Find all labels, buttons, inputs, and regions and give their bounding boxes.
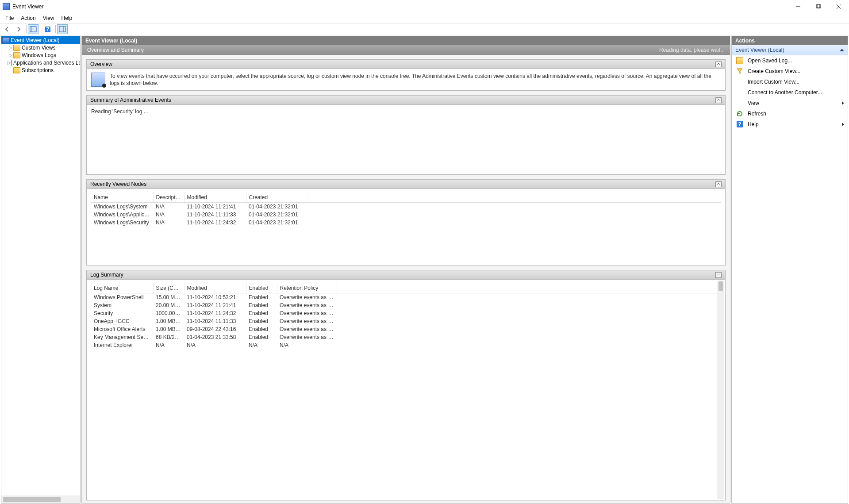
table-row[interactable]: Windows Logs\SecurityN/A11-10-2024 11:24… (91, 219, 721, 227)
table-row[interactable]: Internet ExplorerN/AN/AN/AN/A (91, 341, 721, 349)
cell: Enabled (246, 333, 277, 341)
actions-header: Actions (732, 36, 848, 45)
toolbar-separator (26, 25, 27, 33)
cell: Security (91, 309, 153, 317)
action-open-saved-log[interactable]: Open Saved Log... (732, 55, 848, 66)
menu-file[interactable]: File (2, 14, 17, 23)
col-created[interactable]: Created (246, 192, 308, 203)
recent-nodes-table[interactable]: Name Description Modified Created Window… (91, 192, 721, 227)
action-refresh[interactable]: Refresh (732, 108, 848, 119)
menu-action[interactable]: Action (17, 14, 39, 23)
actions-context-header[interactable]: Event Viewer (Local) (732, 45, 848, 55)
cell: Overwrite events as nece... (277, 317, 337, 325)
app-icon (3, 3, 10, 10)
cell: 11-10-2024 11:24:32 (184, 219, 246, 227)
table-row[interactable]: Windows Logs\ApplicationN/A11-10-2024 11… (91, 211, 721, 219)
action-import-custom-view[interactable]: Import Custom View... (732, 77, 848, 87)
log-summary-scrollbar[interactable] (717, 281, 724, 499)
action-help[interactable]: ?Help (732, 119, 848, 130)
show-hide-action-pane-button[interactable] (57, 24, 68, 34)
log-summary-table[interactable]: Log Name Size (Curre... Modified Enabled… (91, 283, 721, 349)
table-row[interactable]: Windows PowerShell15.00 MB/...11-10-2024… (91, 293, 721, 302)
col-enabled[interactable]: Enabled (246, 283, 277, 293)
cell-spacer (337, 325, 721, 333)
table-row[interactable]: Security1000.00 M...11-10-2024 11:24:32E… (91, 309, 721, 317)
cell: 01-04-2023 21:32:01 (246, 203, 308, 211)
scrollbar-thumb[interactable] (3, 497, 61, 502)
tree-item-label: Subscriptions (22, 67, 54, 73)
menu-help[interactable]: Help (58, 14, 76, 23)
tree-item-custom-views[interactable]: ▷ Custom Views (1, 44, 80, 51)
col-modified[interactable]: Modified (184, 283, 246, 293)
show-hide-console-tree-button[interactable] (28, 24, 38, 34)
cell: Overwrite events as nece... (277, 333, 337, 341)
minimize-button[interactable] (788, 0, 808, 13)
col-modified[interactable]: Modified (184, 192, 246, 203)
maximize-button[interactable] (808, 0, 829, 13)
action-label: Import Custom View... (748, 79, 799, 85)
overview-info-icon (91, 73, 105, 87)
expander-icon[interactable]: ▷ (8, 53, 13, 58)
overview-group-header[interactable]: Overview (87, 60, 725, 69)
collapse-up-icon[interactable] (840, 49, 844, 51)
console-tree[interactable]: Event Viewer (Local) ▷ Custom Views ▷ Wi… (1, 36, 80, 496)
collapse-icon[interactable] (715, 181, 722, 187)
cell: 01-04-2023 21:32:01 (246, 211, 308, 219)
action-label: Open Saved Log... (748, 58, 792, 64)
table-row[interactable]: Microsoft Office Alerts1.00 MB/1...09-08… (91, 325, 721, 333)
overview-summary-header: Overview and Summary Reading data, pleas… (82, 45, 730, 55)
menu-view[interactable]: View (39, 14, 58, 23)
summary-group-header[interactable]: Summary of Administrative Events (87, 96, 725, 105)
cell-spacer (337, 317, 721, 325)
collapse-icon[interactable] (715, 272, 722, 278)
close-button[interactable] (829, 0, 849, 13)
cell: Windows Logs\Application (91, 211, 153, 219)
tree-item-label: Custom Views (22, 45, 55, 51)
action-connect-to-another-computer[interactable]: Connect to Another Computer... (732, 87, 848, 98)
cell: 01-04-2023 21:33:58 (184, 333, 246, 341)
log-summary-group-header[interactable]: Log Summary (87, 270, 725, 280)
overview-text: To view events that have occurred on you… (110, 73, 721, 87)
forward-button[interactable] (13, 24, 24, 34)
col-retention[interactable]: Retention Policy (277, 283, 337, 293)
tree-item-app-services-logs[interactable]: ▷ Applications and Services Logs (1, 59, 80, 66)
col-spacer (308, 192, 721, 203)
cell-spacer (308, 219, 721, 227)
svg-rect-5 (30, 27, 36, 32)
cell: 15.00 MB/... (153, 293, 184, 302)
table-row[interactable]: System20.00 MB/...11-10-2024 11:21:41Ena… (91, 301, 721, 309)
tree-horizontal-scrollbar[interactable] (1, 496, 80, 503)
table-row[interactable]: Windows Logs\SystemN/A11-10-2024 11:21:4… (91, 203, 721, 211)
expander-icon[interactable]: ▷ (8, 45, 13, 50)
recent-group-header[interactable]: Recently Viewed Nodes (87, 180, 725, 189)
table-row[interactable]: OneApp_IGCC1.00 MB/1...11-10-2024 11:11:… (91, 317, 721, 325)
action-create-custom-view[interactable]: Create Custom View... (732, 66, 848, 77)
action-label: View (748, 100, 759, 106)
scrollbar-thumb[interactable] (718, 281, 723, 291)
tree-item-subscriptions[interactable]: ▷ Subscriptions (1, 66, 80, 74)
tree-item-windows-logs[interactable]: ▷ Windows Logs (1, 51, 80, 59)
folder-icon (13, 45, 20, 51)
log-summary-group-body: Log Name Size (Curre... Modified Enabled… (87, 280, 725, 500)
expander-icon[interactable]: ▷ (8, 60, 11, 65)
cell-spacer (337, 341, 721, 349)
cell: 11-10-2024 11:11:33 (184, 317, 246, 325)
action-view[interactable]: View (732, 98, 848, 108)
table-row[interactable]: Key Management Service68 KB/20 ...01-04-… (91, 333, 721, 341)
col-description[interactable]: Description (153, 192, 184, 203)
col-size[interactable]: Size (Curre... (153, 283, 184, 293)
tree-root[interactable]: Event Viewer (Local) (1, 36, 80, 44)
blank-icon (736, 78, 743, 85)
recent-group-body: Name Description Modified Created Window… (87, 189, 725, 265)
col-log-name[interactable]: Log Name (91, 283, 153, 293)
svg-text:?: ? (738, 121, 741, 127)
back-button[interactable] (2, 24, 12, 34)
help-button[interactable]: ? (42, 24, 53, 34)
cell: Overwrite events as nece... (277, 309, 337, 317)
submenu-arrow-icon (842, 123, 844, 126)
collapse-icon[interactable] (715, 62, 722, 67)
tree-item-label: Applications and Services Logs (13, 60, 80, 66)
collapse-icon[interactable] (715, 97, 722, 103)
col-name[interactable]: Name (91, 192, 153, 203)
cell: N/A (153, 219, 184, 227)
